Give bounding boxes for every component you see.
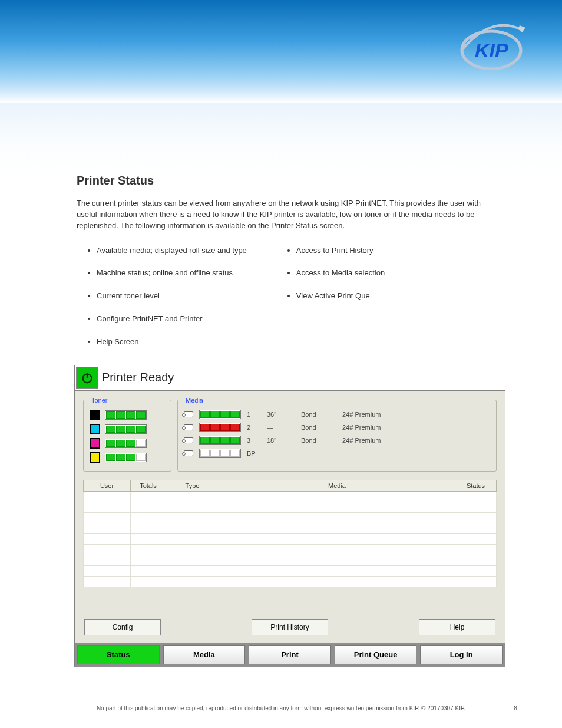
header-fade [0,103,562,174]
queue-table: User Totals Type Media Status [83,480,497,587]
list-item: Access to Print History [296,246,385,256]
level-bar [105,410,147,420]
media-panel: Media 136"Bond24# Premium2—Bond24# Premi… [177,397,497,472]
table-row[interactable] [84,491,497,502]
help-button[interactable]: Help [419,619,495,635]
media-row: 318"Bond24# Premium [184,436,490,445]
tab-status[interactable]: Status [77,645,160,664]
media-slot: 2 [247,424,261,431]
media-type: Bond [301,424,336,431]
media-type: Bond [301,437,336,444]
col-media[interactable]: Media [219,480,455,491]
feature-columns: Available media; displayed roll size and… [82,246,503,360]
toner-swatch [90,424,100,434]
page-header-banner: KIP [0,0,562,103]
table-row[interactable] [84,523,497,533]
table-row[interactable] [84,576,497,587]
feature-list-left: Available media; displayed roll size and… [82,246,247,360]
page-number: - 8 - [510,705,521,711]
col-totals[interactable]: Totals [131,480,166,491]
table-row[interactable] [84,565,497,576]
toner-row [90,410,165,420]
media-legend: Media [184,397,205,404]
toner-swatch [90,438,100,449]
media-desc: 24# Premium [342,411,490,418]
window-title: Printer Ready [102,371,174,384]
roll-icon [184,437,193,443]
media-slot: 1 [247,411,261,418]
media-row: BP——— [184,449,490,458]
power-icon [81,371,94,384]
toner-row [90,438,165,449]
intro-paragraph: The current printer status can be viewed… [77,198,503,232]
media-type: Bond [301,411,336,418]
toner-swatch [90,410,100,420]
toner-legend: Toner [90,397,110,404]
list-item: View Active Print Que [296,291,385,301]
table-row[interactable] [84,533,497,544]
level-bar [199,423,241,432]
list-item: Available media; displayed roll size and… [97,246,247,256]
toner-swatch [90,452,100,463]
section-title: Printer Status [77,174,503,187]
level-bar [105,453,147,462]
list-item: Access to Media selection [296,268,385,278]
config-button[interactable]: Config [84,619,161,635]
printer-status-window: Printer Ready Toner Media 136"Bond24# Pr… [74,365,505,667]
print-history-button[interactable]: Print History [252,619,328,635]
media-row: 136"Bond24# Premium [184,410,490,419]
tab-media[interactable]: Media [163,645,246,664]
media-slot: BP [247,450,261,457]
bottom-tab-bar: Status Media Print Print Queue Log In [75,643,505,667]
level-bar [199,410,241,419]
page-footer: No part of this publication may be copie… [0,705,562,711]
list-item: Configure PrintNET and Printer [97,314,247,324]
tab-print[interactable]: Print [249,645,331,664]
col-user[interactable]: User [84,480,131,491]
media-size: — [267,424,295,431]
media-desc: 24# Premium [342,437,490,444]
list-item: Current toner level [97,291,247,301]
media-row: 2—Bond24# Premium [184,423,490,432]
table-row[interactable] [84,512,497,523]
media-type: — [301,450,336,457]
toner-row [90,424,165,434]
col-status[interactable]: Status [455,480,497,491]
col-type[interactable]: Type [166,480,219,491]
table-row[interactable] [84,544,497,555]
toner-panel: Toner [83,397,171,472]
media-size: 18" [267,437,295,444]
svg-marker-1 [518,25,525,32]
tab-login[interactable]: Log In [420,645,503,664]
roll-icon [184,450,193,456]
toner-row [90,452,165,463]
level-bar [105,439,147,448]
svg-text:KIP: KIP [475,39,508,61]
window-titlebar: Printer Ready [75,365,505,391]
roll-icon [184,411,193,417]
table-row[interactable] [84,555,497,565]
level-bar [105,424,147,434]
list-item: Machine status; online and offline statu… [97,268,247,278]
media-size: 36" [267,411,295,418]
media-desc: 24# Premium [342,424,490,431]
level-bar [199,436,241,445]
feature-list-right: Access to Print History Access to Media … [282,246,385,360]
tab-print-queue[interactable]: Print Queue [335,645,417,664]
table-row[interactable] [84,502,497,512]
media-slot: 3 [247,437,261,444]
power-button[interactable] [76,367,98,389]
media-desc: — [342,450,490,457]
media-size: — [267,450,295,457]
list-item: Help Screen [97,337,247,347]
kip-logo: KIP [456,21,527,74]
roll-icon [184,424,193,430]
level-bar [199,449,241,458]
